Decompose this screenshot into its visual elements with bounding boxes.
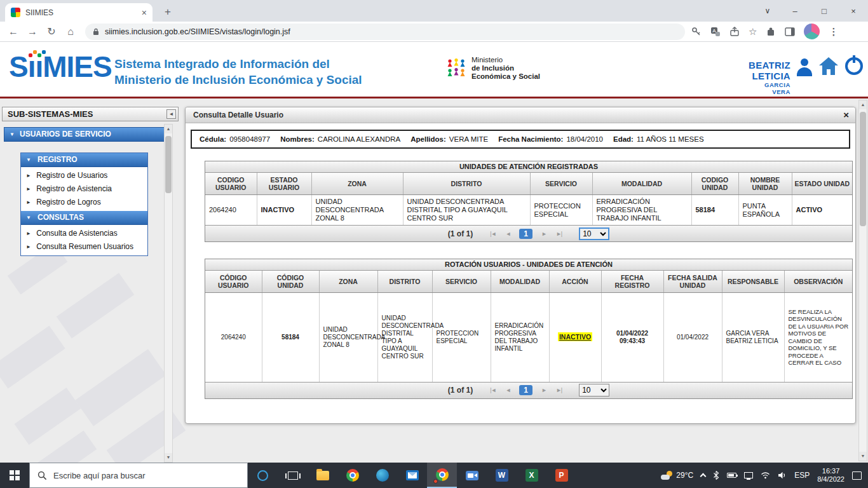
- file-explorer-button[interactable]: [308, 463, 337, 488]
- paginator-prev-button[interactable]: ◄: [503, 386, 513, 395]
- start-button[interactable]: [0, 463, 29, 488]
- sidebar-item-registro-de-asistencia[interactable]: ► Registro de Asistencia: [21, 182, 147, 196]
- column-header[interactable]: MODALIDAD: [592, 173, 691, 195]
- column-header[interactable]: ACCIÓN: [549, 271, 601, 293]
- display-icon[interactable]: [744, 472, 753, 478]
- column-header[interactable]: ZONA: [319, 271, 377, 293]
- column-header[interactable]: MODALIDAD: [491, 271, 549, 293]
- sidebar-item-consulta-de-asistencias[interactable]: ► Consulta de Asistencias: [21, 227, 147, 240]
- sidebar-collapse-button[interactable]: ◄: [166, 109, 176, 119]
- back-button[interactable]: ←: [4, 26, 23, 37]
- sidebar-item-registro-de-usuarios[interactable]: ► Registro de Usuarios: [21, 169, 147, 182]
- tab-close-icon[interactable]: ×: [142, 8, 147, 18]
- forward-button[interactable]: →: [23, 26, 42, 37]
- column-header[interactable]: CÓDIGO USUARIO: [205, 271, 262, 293]
- paginator-last-button[interactable]: ►|: [553, 386, 564, 395]
- edge-icon: [376, 469, 389, 482]
- sidebar-item-usuarios-de-servicio[interactable]: ▼ USUARIOS DE SERVICIO: [4, 127, 166, 142]
- column-header[interactable]: SERVICIO: [530, 173, 592, 195]
- excel-button[interactable]: X: [517, 463, 546, 488]
- scrollbar-thumb[interactable]: [165, 136, 172, 193]
- column-header[interactable]: NOMBRE UNIDAD: [738, 173, 792, 195]
- home-nav-icon[interactable]: [818, 57, 839, 78]
- column-header[interactable]: SERVICIO: [432, 271, 491, 293]
- profile-avatar[interactable]: [804, 24, 820, 39]
- bookmark-star-icon[interactable]: ☆: [749, 26, 757, 37]
- video-app-button[interactable]: [457, 463, 487, 488]
- hidden-icons-chevron[interactable]: [700, 473, 707, 480]
- column-header[interactable]: ESTADO UNIDAD: [792, 173, 852, 195]
- action-center-icon[interactable]: [852, 471, 862, 480]
- task-view-button[interactable]: [278, 463, 308, 488]
- column-header[interactable]: CODIGO USUARIO: [205, 173, 257, 195]
- volume-icon[interactable]: [778, 471, 787, 479]
- weather-widget[interactable]: 29°C: [661, 471, 693, 480]
- paginator-last-button[interactable]: ►|: [553, 229, 564, 238]
- chrome-button[interactable]: [337, 463, 367, 488]
- column-header[interactable]: ESTADO USUARIO: [257, 173, 311, 195]
- tab-search-chevron-icon[interactable]: ∨: [755, 6, 780, 15]
- new-tab-button[interactable]: +: [160, 5, 175, 20]
- word-button[interactable]: W: [487, 463, 517, 488]
- scroll-up-icon[interactable]: ▲: [165, 125, 172, 133]
- column-header[interactable]: RESPONSABLE: [722, 271, 784, 293]
- bluetooth-icon[interactable]: [713, 471, 719, 480]
- rows-per-page-select[interactable]: 10: [579, 384, 609, 396]
- column-header[interactable]: DISTRITO: [403, 173, 530, 195]
- paginator-prev-button[interactable]: ◄: [503, 229, 513, 238]
- paginator-first-button[interactable]: |◄: [487, 229, 498, 238]
- scroll-down-icon[interactable]: ▼: [165, 453, 172, 462]
- password-key-icon[interactable]: [691, 27, 702, 37]
- sidebar-section-consultas[interactable]: ▼ CONSULTAS: [21, 211, 147, 225]
- column-header[interactable]: CODIGO UNIDAD: [691, 173, 738, 195]
- language-indicator[interactable]: ESP: [794, 471, 810, 480]
- translate-icon[interactable]: A: [710, 27, 721, 37]
- share-icon[interactable]: [729, 27, 740, 37]
- outlook-button[interactable]: [397, 463, 427, 488]
- address-bar[interactable]: siimies.inclusion.gob.ec/SIIMIES/vistas/…: [85, 24, 685, 40]
- paginator-page-button[interactable]: 1: [519, 385, 532, 395]
- sidebar-item-registro-de-logros[interactable]: ► Registro de Logros: [21, 196, 147, 209]
- browser-menu-icon[interactable]: ⋮: [829, 26, 838, 37]
- window-close-button[interactable]: ×: [839, 6, 868, 16]
- paginator-page-button[interactable]: 1: [519, 229, 532, 239]
- video-camera-icon: [466, 471, 478, 480]
- table-row[interactable]: 2064240 INACTIVO UNIDAD DESCONCENTRADA Z…: [205, 195, 852, 226]
- column-header[interactable]: FECHA REGISTRO: [601, 271, 663, 293]
- column-header[interactable]: DISTRITO: [377, 271, 432, 293]
- logout-power-icon[interactable]: [845, 57, 863, 75]
- rows-per-page-select[interactable]: 10: [579, 227, 609, 240]
- column-header[interactable]: OBSERVACIÓN: [784, 271, 852, 293]
- home-button[interactable]: ⌂: [61, 26, 80, 37]
- paginator-first-button[interactable]: |◄: [487, 386, 498, 395]
- sidebar-scrollbar[interactable]: ▲ ▼: [164, 124, 173, 463]
- taskbar-clock[interactable]: 16:37 8/4/2022: [817, 467, 844, 484]
- column-header[interactable]: ZONA: [311, 173, 403, 195]
- scroll-down-icon[interactable]: ▼: [859, 452, 867, 461]
- scrollbar-thumb[interactable]: [860, 112, 866, 226]
- wifi-icon[interactable]: [761, 471, 770, 479]
- paginator-next-button[interactable]: ►: [539, 386, 549, 395]
- sidebar-section-registro[interactable]: ▼ REGISTRO: [21, 153, 147, 167]
- reload-button[interactable]: ↻: [42, 25, 61, 37]
- paginator-next-button[interactable]: ►: [539, 229, 549, 238]
- scroll-up-icon[interactable]: ▲: [859, 100, 867, 109]
- taskbar-search-input[interactable]: Escribe aquí para buscar: [29, 463, 248, 488]
- browser-tab[interactable]: SIIMIES ×: [5, 3, 153, 22]
- edge-button[interactable]: [367, 463, 397, 488]
- powerpoint-button[interactable]: P: [546, 463, 576, 488]
- battery-icon[interactable]: [727, 473, 736, 478]
- column-header[interactable]: FECHA SALIDA UNIDAD: [663, 271, 722, 293]
- column-header[interactable]: CÓDIGO UNIDAD: [262, 271, 319, 293]
- chrome-active-button[interactable]: [427, 463, 457, 488]
- side-panel-icon[interactable]: [785, 27, 795, 36]
- cortana-button[interactable]: [248, 463, 278, 488]
- user-profile-icon[interactable]: [796, 58, 813, 78]
- main-scrollbar[interactable]: ▲ ▼: [858, 100, 867, 461]
- window-minimize-button[interactable]: –: [780, 6, 810, 16]
- sidebar-item-consulta-resumen-usuarios[interactable]: ► Consulta Resumen Usuarios: [21, 240, 147, 254]
- panel-close-icon[interactable]: ×: [843, 107, 849, 123]
- window-maximize-button[interactable]: □: [810, 6, 839, 16]
- extensions-icon[interactable]: [766, 27, 776, 37]
- table-row[interactable]: 2064240 58184 UNIDAD DESCONCENTRADA ZONA…: [205, 293, 852, 382]
